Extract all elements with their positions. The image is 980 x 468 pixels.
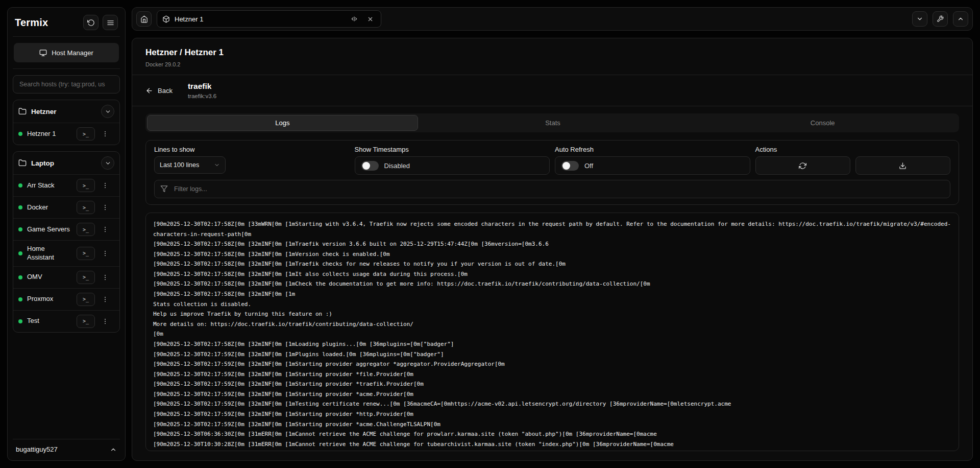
tab-console[interactable]: Console [688, 115, 958, 131]
page-subtitle: Docker 29.0.2 [145, 61, 959, 67]
host-label: Proxmox [27, 295, 72, 303]
log-line: [90m2025-12-30T02:17:58Z[0m [32mINF[0m [… [153, 239, 951, 249]
user-menu[interactable]: bugattiguy527 [13, 439, 120, 454]
open-terminal-button[interactable]: >_ [77, 247, 95, 260]
log-line: Stats collection is disabled. [153, 299, 951, 310]
actions-cell [755, 156, 951, 175]
host-row[interactable]: Arr Stack >_ [13, 174, 119, 196]
status-dot [18, 205, 22, 209]
log-line: Help us improve Traefik by turning this … [153, 309, 951, 319]
status-dot [18, 183, 22, 188]
host-menu-button[interactable] [100, 127, 111, 141]
split-view-button[interactable] [349, 13, 360, 25]
host-menu-button[interactable] [100, 315, 111, 328]
host-row[interactable]: Game Servers >_ [13, 218, 119, 240]
app-title: Termix [15, 17, 79, 29]
main-area: Hetzner 1 Hetzner / Hetzner 1 Docker 29.… [132, 7, 973, 461]
host-manager-button[interactable]: Host Manager [14, 43, 119, 62]
kebab-menu-icon [102, 182, 109, 189]
host-label: OMV [27, 273, 72, 282]
host-menu-button[interactable] [100, 271, 111, 284]
refresh-icon [799, 162, 806, 170]
open-terminal-button[interactable]: >_ [77, 223, 95, 236]
host-menu-button[interactable] [100, 247, 111, 260]
panel-expand-button[interactable] [953, 11, 968, 27]
host-row[interactable]: OMV >_ [13, 266, 119, 288]
group-label: Laptop [31, 159, 96, 167]
open-terminal-button[interactable]: >_ [77, 271, 95, 284]
host-label: Hetzner 1 [27, 130, 72, 138]
host-row[interactable]: Proxmox >_ [13, 288, 119, 310]
chevron-down-icon [105, 108, 111, 115]
status-dot [18, 251, 22, 255]
log-line: [90m2025-12-30T02:17:59Z[0m [32mINF[0m [… [153, 349, 951, 360]
timestamps-toggle[interactable] [361, 161, 379, 171]
log-line: [90m2025-12-30T02:17:59Z[0m [32mINF[0m [… [153, 379, 951, 389]
host-label: Test [27, 317, 72, 325]
download-logs-button[interactable] [855, 156, 950, 175]
open-terminal-button[interactable]: >_ [77, 293, 95, 306]
arrow-left-icon [145, 87, 153, 95]
content-panel: Hetzner / Hetzner 1 Docker 29.0.2 Back t… [132, 38, 973, 461]
filter-row [154, 180, 950, 198]
log-line: [90m2025-12-30T02:17:58Z[0m [32mINF[0m [… [153, 339, 951, 349]
host-label: Arr Stack [27, 181, 72, 190]
host-row[interactable]: Test >_ [13, 310, 119, 332]
host-menu-button[interactable] [100, 179, 111, 192]
log-line: [90m2025-12-30T06:36:30Z[0m [31mERR[0m [… [153, 429, 951, 439]
tab-stats[interactable]: Stats [418, 115, 688, 131]
collapse-group-button[interactable] [101, 156, 114, 170]
download-icon [899, 162, 906, 170]
actions-label: Actions [755, 146, 951, 153]
group-header-hetzner[interactable]: Hetzner [13, 100, 119, 123]
log-line: [90m2025-12-30T02:17:58Z[0m [32mINF[0m [… [153, 279, 951, 289]
lines-select[interactable]: Last 100 lines [154, 156, 226, 174]
auto-refresh-toggle[interactable] [561, 161, 579, 171]
folder-icon [18, 107, 27, 115]
container-name: traefik [188, 82, 216, 91]
collapse-group-button[interactable] [101, 105, 114, 118]
host-row[interactable]: Docker >_ [13, 196, 119, 218]
container-identity: traefik traefik:v3.6 [188, 82, 216, 99]
group-label: Hetzner [31, 108, 96, 115]
panel-collapse-button[interactable] [912, 11, 927, 27]
status-dot [18, 275, 22, 279]
refresh-logs-button[interactable] [755, 156, 850, 175]
chevron-up-icon [957, 15, 964, 22]
home-button[interactable] [136, 11, 152, 27]
kebab-menu-icon [102, 204, 109, 211]
kebab-menu-icon [102, 274, 109, 281]
auto-refresh-label: Auto Refresh [555, 146, 750, 153]
open-terminal-button[interactable]: >_ [77, 201, 95, 214]
host-row[interactable]: Hetzner 1 >_ [13, 123, 119, 145]
reload-button[interactable] [83, 15, 99, 30]
filter-icon [160, 185, 168, 193]
host-label: Home Assistant [27, 245, 72, 262]
host-manager-label: Host Manager [52, 49, 93, 57]
host-menu-button[interactable] [100, 293, 111, 306]
sidebar-header: Termix [13, 13, 120, 37]
filter-logs-input[interactable] [154, 180, 950, 198]
host-search-input[interactable] [13, 75, 120, 93]
open-terminal-button[interactable]: >_ [77, 179, 95, 192]
open-terminal-button[interactable]: >_ [77, 315, 95, 328]
container-image: traefik:v3.6 [188, 93, 216, 99]
host-menu-button[interactable] [100, 223, 111, 236]
host-row[interactable]: Home Assistant >_ [13, 240, 119, 266]
hamburger-icon [107, 19, 114, 27]
group-header-laptop[interactable]: Laptop [13, 152, 119, 174]
sidebar-menu-button[interactable] [103, 15, 118, 30]
timestamps-state: Disabled [384, 162, 410, 170]
tools-button[interactable] [933, 11, 948, 27]
log-output[interactable]: [90m2025-12-30T02:17:58Z[0m [33mWRN[0m [… [145, 213, 959, 451]
page-header: Hetzner / Hetzner 1 Docker 29.0.2 [132, 38, 972, 75]
tab-logs[interactable]: Logs [147, 115, 418, 131]
sidebar-spacer [13, 339, 120, 439]
close-tab-button[interactable] [364, 13, 376, 25]
lines-select-value: Last 100 lines [160, 161, 199, 169]
open-terminal-button[interactable]: >_ [77, 127, 95, 141]
tab-hetzner-1[interactable]: Hetzner 1 [157, 10, 381, 28]
back-button[interactable]: Back [145, 87, 173, 95]
status-dot [18, 132, 22, 136]
host-menu-button[interactable] [100, 201, 111, 214]
